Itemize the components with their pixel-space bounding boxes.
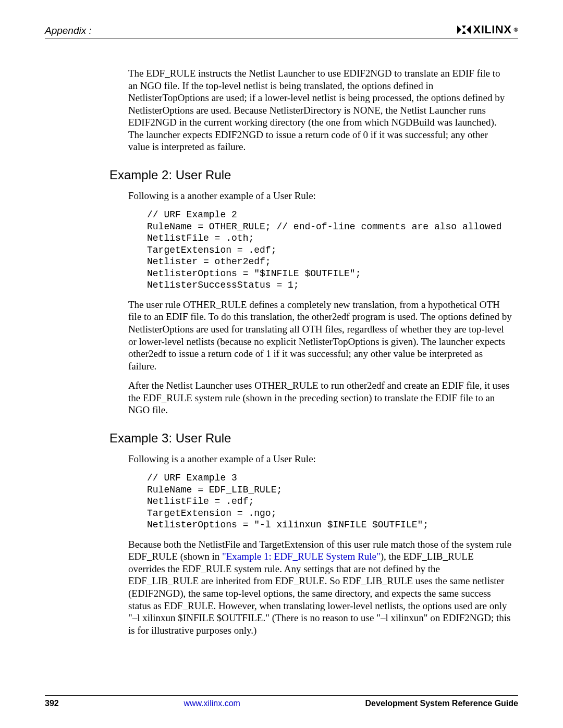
registered-mark: ® <box>513 27 518 33</box>
brand-name: XILINX <box>473 23 511 36</box>
paragraph-example-3-body: Because both the NetlistFile and TargetE… <box>128 538 512 636</box>
text-after-link: ), the EDF_LIB_RULE overrides the EDF_RU… <box>128 551 510 635</box>
heading-example-2: Example 2: User Rule <box>109 168 518 182</box>
code-block-example-3: // URF Example 3 RuleName = EDF_LIB_RULE… <box>147 472 512 531</box>
heading-example-3: Example 3: User Rule <box>109 431 518 446</box>
link-example-1-ref[interactable]: "Example 1: EDF_RULE System Rule" <box>222 551 381 562</box>
paragraph-example-3-intro: Following is a another example of a User… <box>128 453 512 465</box>
footer-guide-title: Development System Reference Guide <box>365 699 518 708</box>
page-number: 392 <box>45 699 59 708</box>
page: Appendix : XILINX ® The EDF_RULE instruc… <box>0 0 563 728</box>
page-header: Appendix : XILINX ® <box>45 23 518 39</box>
paragraph-edf-rule-intro: The EDF_RULE instructs the Netlist Launc… <box>128 67 512 153</box>
paragraph-example-2-body: The user rule OTHER_RULE defines a compl… <box>128 299 512 372</box>
xilinx-logo-icon <box>456 24 472 35</box>
paragraph-example-2-body-2: After the Netlist Launcher uses OTHER_RU… <box>128 379 512 416</box>
page-footer: 392 www.xilinx.com Development System Re… <box>45 695 518 708</box>
footer-url-link[interactable]: www.xilinx.com <box>183 699 240 708</box>
header-appendix-label: Appendix : <box>45 25 92 36</box>
paragraph-example-2-intro: Following is a another example of a User… <box>128 190 512 202</box>
brand-logo: XILINX ® <box>456 23 518 36</box>
code-block-example-2: // URF Example 2 RuleName = OTHER_RULE; … <box>147 209 512 291</box>
